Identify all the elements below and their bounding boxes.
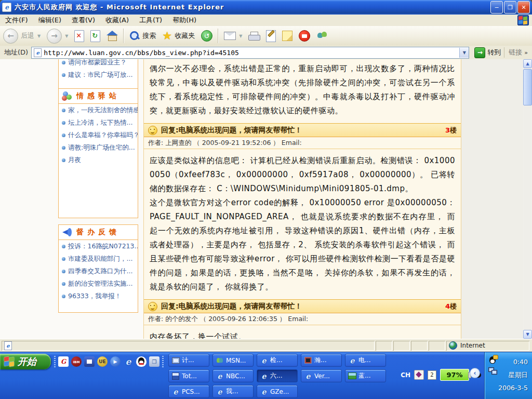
section-title: 情感驿站: [76, 91, 120, 101]
red-g-icon[interactable]: G: [58, 356, 69, 367]
address-input[interactable]: [44, 49, 459, 57]
mail-button[interactable]: ▼: [221, 31, 245, 41]
menu-help[interactable]: 帮助(H): [167, 15, 202, 26]
task-button-wo[interactable]: e我...: [212, 385, 254, 398]
sidebar-link[interactable]: 坛上冷清，坛下热情...: [59, 116, 138, 129]
restore-button[interactable]: ❐: [504, 1, 516, 14]
ime-keyboard-icon[interactable]: 2: [428, 370, 436, 380]
scroll-down-button[interactable]: ▼: [523, 330, 532, 339]
pen-input-icon[interactable]: [414, 370, 424, 380]
scrollbar-thumb[interactable]: [523, 69, 532, 105]
language-indicator[interactable]: CH: [401, 371, 410, 379]
close-button[interactable]: ✕: [517, 1, 530, 14]
ibm-icon[interactable]: IBM: [71, 356, 82, 367]
menu-edit[interactable]: 编辑(E): [33, 15, 66, 26]
qq-icon[interactable]: [136, 356, 147, 367]
start-button[interactable]: 开始: [0, 354, 51, 369]
floor-suffix: 楼: [450, 126, 457, 134]
task-button-han[interactable]: 瀚...: [301, 354, 342, 367]
sidebar-link[interactable]: 新的治安管理法实施...: [59, 277, 138, 290]
floor-badge: 4楼: [445, 302, 457, 311]
clock-panel: 0:40 星期日 2006-3-5: [484, 352, 532, 399]
print-button[interactable]: [245, 31, 263, 41]
sidebar-link[interactable]: 请教:明珠广场住宅的...: [59, 141, 138, 154]
menu-favorites[interactable]: 收藏(A): [100, 15, 134, 26]
task-button-jian[interactable]: e检...: [257, 354, 298, 367]
sidebar-link[interactable]: 四季春交叉路口为什...: [59, 265, 138, 277]
sidebar-link-label: 96333，我举报！: [68, 292, 121, 301]
post-paragraph: 应该是类似这样的信息吧： 计算机已经从检测错误后重新启动。检测错误： 0x100…: [150, 154, 455, 196]
bullet-icon: [62, 270, 65, 273]
ie-icon: e: [348, 356, 356, 364]
floor-number: 3: [445, 126, 450, 134]
quick-launch-handle[interactable]: [54, 356, 56, 367]
ultraedit-icon[interactable]: UE: [97, 356, 108, 367]
links-bar[interactable]: 链接 »: [504, 47, 532, 58]
collapse-tray-button[interactable]: ‹: [470, 368, 480, 378]
task-button-nbc[interactable]: eNBC...: [212, 369, 254, 382]
sidebar-link[interactable]: 月夜: [59, 154, 138, 166]
smiley-icon: [148, 126, 157, 135]
network-tray-icon[interactable]: [488, 367, 497, 375]
links-chevron-icon: »: [524, 49, 528, 56]
go-button[interactable]: → 转到: [471, 47, 504, 58]
tray-icon-column: [488, 355, 497, 375]
status-pane: [376, 341, 392, 351]
address-bar: 地址(D) e ▼ → 转到 链接 »: [0, 46, 532, 60]
history-button[interactable]: ↺: [198, 29, 216, 43]
sidebar-link[interactable]: 投诉：16路皖N07213...: [59, 240, 138, 252]
qq-tray-icon[interactable]: [488, 355, 497, 364]
favorites-star-icon: ★: [162, 31, 172, 41]
sidebar-section-header-supervise: 督办反馈: [59, 225, 138, 240]
notes-button[interactable]: [279, 30, 296, 42]
app-window-icon[interactable]: ❐: [149, 356, 159, 367]
refresh-button[interactable]: ↻: [87, 29, 103, 43]
favorites-button[interactable]: ★ 收藏夹: [159, 30, 198, 42]
post-4-content: 内存条坏了，换一个试试。: [144, 325, 461, 339]
links-label: 链接: [509, 48, 522, 57]
sidebar-link[interactable]: 96333，我举报！: [59, 290, 138, 302]
page-background: [460, 59, 523, 339]
disk-icon[interactable]: [84, 356, 95, 367]
forward-icon: →: [47, 29, 62, 44]
scroll-up-button[interactable]: ▲: [523, 59, 532, 68]
sidebar-link[interactable]: 建议：市民广场可放...: [59, 69, 138, 81]
realname-button[interactable]: [296, 29, 313, 43]
menu-file[interactable]: 文件(F): [0, 15, 33, 26]
search-button[interactable]: 搜索: [126, 30, 159, 42]
messenger-button[interactable]: [313, 30, 331, 42]
edit-button[interactable]: [263, 29, 279, 43]
task-button-computer[interactable]: 计...: [168, 354, 209, 367]
sidebar-link[interactable]: 家，一段无法割舍的情感: [59, 104, 138, 116]
stop-button[interactable]: ✕: [71, 29, 87, 43]
minimize-button[interactable]: ─: [490, 1, 503, 14]
task-button-dian[interactable]: e电...: [345, 354, 386, 367]
task-button-total[interactable]: Tot...: [168, 369, 209, 382]
home-button[interactable]: [103, 30, 121, 42]
task-button-luan-active[interactable]: e六...: [257, 369, 298, 382]
forward-dropdown-icon: ▼: [65, 34, 68, 38]
sidebar-link[interactable]: 什么是幸福？你幸福吗？: [59, 129, 138, 141]
task-button-pcs[interactable]: ePCS...: [168, 385, 209, 398]
menu-tools[interactable]: 工具(T): [134, 15, 167, 26]
bullet-icon: [62, 73, 65, 77]
forward-button[interactable]: → ▼: [44, 28, 71, 45]
battery-indicator[interactable]: 97%: [440, 369, 469, 381]
task-button-ver[interactable]: eVer...: [301, 369, 342, 382]
sidebar-link[interactable]: 市建委及职能部门，...: [59, 252, 138, 265]
back-button[interactable]: ← 后退 ▼: [0, 28, 44, 45]
sidebar-link[interactable]: 请问市都蒙园业主？: [59, 59, 138, 69]
media-player-icon[interactable]: ▶: [110, 356, 121, 367]
clock-display[interactable]: 0:40 星期日 2006-3-5: [498, 355, 528, 394]
address-dropdown-button[interactable]: ▼: [459, 48, 469, 58]
ie-quicklaunch-icon[interactable]: e: [123, 356, 134, 367]
task-button-gze[interactable]: eGZe...: [257, 385, 298, 398]
quick-launch-handle[interactable]: [162, 356, 164, 367]
menu-view[interactable]: 查看(V): [66, 15, 100, 26]
bullet-icon: [62, 245, 65, 248]
vertical-scrollbar[interactable]: ▲ ▼: [523, 59, 532, 339]
refresh-icon: ↻: [90, 30, 100, 42]
task-button-msn[interactable]: MSN...: [212, 354, 254, 367]
task-button-lan[interactable]: 蓝...: [345, 369, 386, 382]
address-field[interactable]: e ▼: [31, 47, 469, 59]
